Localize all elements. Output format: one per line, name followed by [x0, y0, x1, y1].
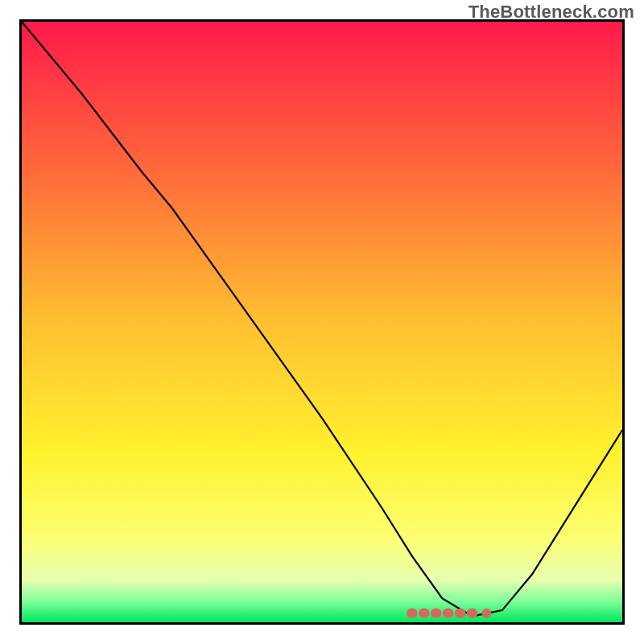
svg-rect-1: [407, 609, 418, 618]
svg-rect-6: [467, 609, 478, 618]
svg-point-7: [481, 609, 491, 618]
plot-area: [19, 19, 625, 625]
chart-container: TheBottleneck.com: [0, 0, 644, 644]
svg-rect-4: [443, 609, 454, 618]
svg-rect-5: [455, 609, 466, 618]
optimal-marker: [22, 22, 622, 622]
svg-rect-3: [431, 609, 442, 618]
svg-rect-2: [419, 609, 430, 618]
